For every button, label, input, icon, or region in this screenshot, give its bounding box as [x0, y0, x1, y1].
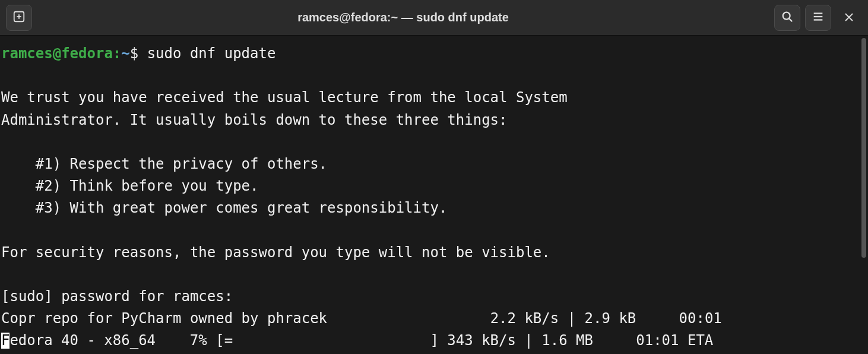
terminal-output[interactable]: ramces@fedora:~$ sudo dnf update We trus… — [0, 36, 860, 354]
titlebar-right-controls — [774, 5, 862, 31]
prompt-command: sudo dnf update — [147, 45, 276, 62]
scroll-thumb[interactable] — [861, 38, 866, 258]
sudo-rule-2: #2) Think before you type. — [1, 178, 258, 194]
scrollbar[interactable] — [861, 38, 866, 352]
close-icon — [844, 10, 854, 26]
close-button[interactable] — [836, 5, 862, 31]
sudo-password-prompt: [sudo] password for ramces: — [1, 288, 242, 305]
sudo-rule-1: #1) Respect the privacy of others. — [1, 156, 327, 172]
dnf-repo-name: edora 40 - x86_64 — [9, 332, 156, 349]
sudo-lecture-line-1: We trust you have received the usual lec… — [1, 89, 568, 106]
dnf-progress-percent: 7% — [190, 332, 207, 349]
plus-box-icon — [12, 10, 26, 26]
titlebar-left-controls — [6, 5, 32, 31]
sudo-rule-3: #3) With great power comes great respons… — [1, 200, 447, 216]
dnf-repo-size: 1.6 MB — [541, 332, 593, 349]
sudo-lecture-line-2: Administrator. It usually boils down to … — [1, 112, 508, 128]
terminal-viewport: ramces@fedora:~$ sudo dnf update We trus… — [0, 36, 868, 354]
hamburger-icon — [812, 10, 825, 26]
prompt-colon: : — [113, 45, 121, 62]
svg-line-4 — [789, 18, 792, 21]
menu-button[interactable] — [805, 5, 831, 31]
dnf-repo-rate: 343 kB/s — [447, 332, 516, 349]
dnf-repo-name: Copr repo for PyCharm owned by phracek — [1, 310, 327, 327]
prompt-user-host: ramces@fedora — [1, 45, 113, 62]
new-tab-button[interactable] — [6, 5, 32, 31]
sudo-security-notice: For security reasons, the password you t… — [1, 244, 550, 261]
svg-point-3 — [783, 12, 790, 19]
dnf-progress-bar: [= ] — [216, 332, 439, 349]
prompt-path: ~ — [121, 45, 129, 62]
cursor-block: F — [1, 333, 9, 349]
window-title: ramces@fedora:~ — sudo dnf update — [32, 11, 774, 24]
prompt-symbol: $ — [130, 45, 138, 62]
dnf-eta-label: ETA — [688, 332, 713, 349]
dnf-repo-size: 2.9 kB — [585, 310, 636, 327]
titlebar: ramces@fedora:~ — sudo dnf update — [0, 0, 868, 36]
search-button[interactable] — [774, 5, 800, 31]
dnf-repo-time: 00:01 — [679, 310, 722, 327]
dnf-repo-rate: 2.2 kB/s — [490, 310, 559, 327]
dnf-repo-time: 01:01 — [636, 332, 679, 349]
search-icon — [781, 10, 794, 26]
